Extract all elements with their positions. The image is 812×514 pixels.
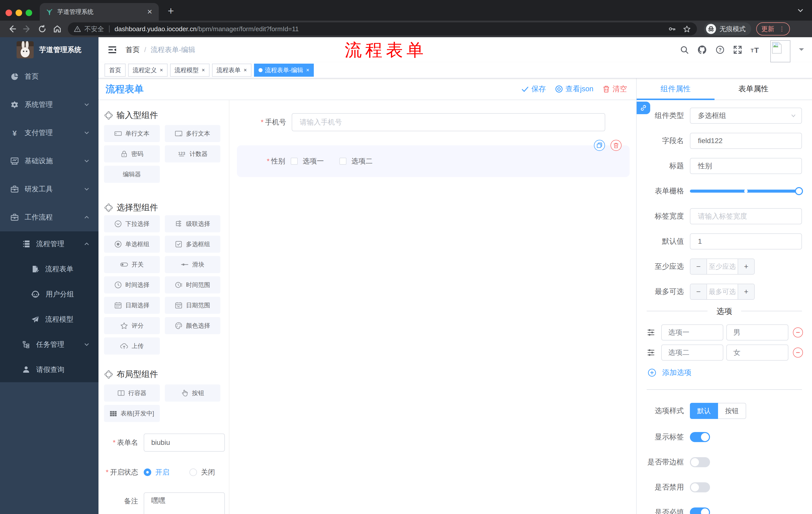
address-bar[interactable]: 不安全 dashboard.yudao.iocoder.cn/bpm/manag… <box>68 22 697 35</box>
hamburger-icon[interactable] <box>108 45 117 55</box>
form-name-input[interactable]: biubiu <box>144 434 225 452</box>
clear-button[interactable]: 清空 <box>603 84 627 94</box>
label-width-input[interactable]: 请输入标签宽度 <box>690 208 802 224</box>
sidebar-item-首页[interactable]: 首页 <box>0 62 98 90</box>
checkbox-icon[interactable] <box>291 158 298 165</box>
max-select-input[interactable]: 最多可选 <box>706 284 738 299</box>
browser-tab[interactable]: 芋道管理系统 ✕ <box>40 3 159 21</box>
forward-button[interactable] <box>20 24 35 33</box>
font-size-icon[interactable]: TT <box>751 45 762 54</box>
radio-on-icon[interactable] <box>144 468 151 476</box>
chip-时间范围[interactable]: 时间范围 <box>165 276 221 294</box>
close-window-button[interactable] <box>5 9 12 16</box>
help-icon[interactable]: ? <box>716 45 725 54</box>
avatar-caret-icon[interactable] <box>799 48 804 53</box>
tag-close-icon[interactable]: × <box>244 67 247 74</box>
sidebar-item-流程管理[interactable]: 流程管理 <box>0 231 98 256</box>
tag-close-icon[interactable]: × <box>202 67 205 74</box>
back-button[interactable] <box>4 24 20 33</box>
phone-input[interactable]: 请输入手机号 <box>292 113 605 131</box>
avatar[interactable] <box>770 40 790 62</box>
tab-close-icon[interactable]: ✕ <box>146 8 154 16</box>
sidebar-item-任务管理[interactable]: 任务管理 <box>0 332 98 357</box>
field-name-input[interactable]: field122 <box>690 133 802 149</box>
chip-日期范围[interactable]: 日期范围 <box>165 297 221 314</box>
status-off-radio[interactable]: 关闭 <box>190 467 215 477</box>
chip-行容器[interactable]: 行容器 <box>104 384 160 402</box>
update-button[interactable]: 更新 ⋮ <box>756 22 790 35</box>
chip-滑块[interactable]: 滑块 <box>165 256 221 273</box>
form-canvas[interactable]: *手机号 请输入手机号 *性别 选项一 选项二 <box>229 100 636 514</box>
gender-option-1[interactable]: 选项一 <box>291 156 324 166</box>
save-button[interactable]: 保存 <box>521 84 546 94</box>
phone-field[interactable]: *手机号 请输入手机号 <box>237 113 630 131</box>
link-badge-icon[interactable] <box>637 102 650 114</box>
fullscreen-icon[interactable] <box>733 45 742 54</box>
reload-button[interactable] <box>35 25 50 33</box>
tab-component-props[interactable]: 组件属性 <box>637 78 715 100</box>
remove-option-icon[interactable] <box>793 327 803 337</box>
bookmark-star-icon[interactable] <box>683 25 691 33</box>
drag-handle-icon[interactable] <box>647 328 655 337</box>
minimize-window-button[interactable] <box>16 9 22 16</box>
view-json-button[interactable]: 查看json <box>555 84 593 94</box>
tag-流程表单-编辑[interactable]: 流程表单-编辑× <box>254 64 314 77</box>
sidebar-item-研发工具[interactable]: 研发工具 <box>0 175 98 203</box>
sidebar-item-基础设施[interactable]: 基础设施 <box>0 147 98 175</box>
increase-button[interactable]: + <box>738 259 754 274</box>
chip-单行文本[interactable]: 单行文本 <box>104 125 160 142</box>
remove-option-icon[interactable] <box>793 348 803 358</box>
chip-日期选择[interactable]: 日期选择 <box>104 297 160 314</box>
sidebar-item-请假查询[interactable]: 请假查询 <box>0 357 98 382</box>
chip-上传[interactable]: 上传 <box>104 337 160 355</box>
maximize-window-button[interactable] <box>26 9 32 16</box>
decrease-button[interactable]: − <box>690 284 706 299</box>
copy-component-button[interactable] <box>594 140 605 151</box>
chip-评分[interactable]: 评分 <box>104 317 160 334</box>
decrease-button[interactable]: − <box>690 259 706 274</box>
breadcrumb-home[interactable]: 首页 <box>126 45 140 55</box>
chip-按钮[interactable]: 按钮 <box>165 384 221 402</box>
github-icon[interactable] <box>697 45 707 55</box>
sidebar-item-支付管理[interactable]: ¥支付管理 <box>0 119 98 147</box>
toggle-switch[interactable] <box>690 482 710 492</box>
password-key-icon[interactable] <box>668 25 676 33</box>
radio-off-icon[interactable] <box>190 468 197 476</box>
tab-form-props[interactable]: 表单属性 <box>715 78 792 100</box>
min-select-input[interactable]: 至少应选 <box>706 259 738 274</box>
sidebar-item-流程表单[interactable]: 流程表单 <box>0 256 98 282</box>
chip-表格[开发中][interactable]: 表格[开发中] <box>104 405 160 422</box>
browser-menu-icon[interactable]: ⋮ <box>779 27 785 31</box>
sidebar-item-工作流程[interactable]: 工作流程 <box>0 203 98 231</box>
chip-单选框组[interactable]: 单选框组 <box>104 236 160 253</box>
search-icon[interactable] <box>680 45 689 54</box>
tag-close-icon[interactable]: × <box>306 67 310 74</box>
gender-option-2[interactable]: 选项二 <box>340 156 373 166</box>
home-button[interactable] <box>50 24 65 33</box>
tag-流程定义[interactable]: 流程定义× <box>128 64 168 77</box>
chip-颜色选择[interactable]: 颜色选择 <box>165 317 221 334</box>
chip-计数器[interactable]: 123计数器 <box>165 145 221 162</box>
toggle-switch[interactable] <box>690 508 710 514</box>
chip-多行文本[interactable]: 多行文本 <box>165 125 221 142</box>
option-value-input[interactable]: 男 <box>726 324 788 341</box>
chip-多选框组[interactable]: 多选框组 <box>165 236 221 253</box>
option-label-input[interactable]: 选项一 <box>661 324 723 341</box>
delete-component-button[interactable] <box>610 140 621 151</box>
chip-级联选择[interactable]: 级联选择 <box>165 215 221 232</box>
checkbox-icon[interactable] <box>340 158 346 165</box>
chip-下拉选择[interactable]: 下拉选择 <box>104 215 160 232</box>
sidebar-item-用户分组[interactable]: 用户分组 <box>0 282 98 307</box>
chip-编辑器[interactable]: 编辑器 <box>104 166 160 183</box>
default-value-input[interactable]: 1 <box>690 233 802 249</box>
status-on-radio[interactable]: 开启 <box>144 467 169 477</box>
tag-close-icon[interactable]: × <box>160 67 163 74</box>
sidebar-item-流程模型[interactable]: 流程模型 <box>0 307 98 332</box>
sidebar-item-系统管理[interactable]: 系统管理 <box>0 90 98 119</box>
toggle-switch[interactable] <box>690 457 710 467</box>
tag-首页[interactable]: 首页 <box>105 64 126 77</box>
form-grid-slider[interactable] <box>690 190 802 193</box>
option-label-input[interactable]: 选项二 <box>661 345 723 360</box>
form-remark-textarea[interactable]: 嘿嘿 <box>144 492 225 514</box>
add-option-button[interactable]: 添加选项 <box>648 367 802 378</box>
